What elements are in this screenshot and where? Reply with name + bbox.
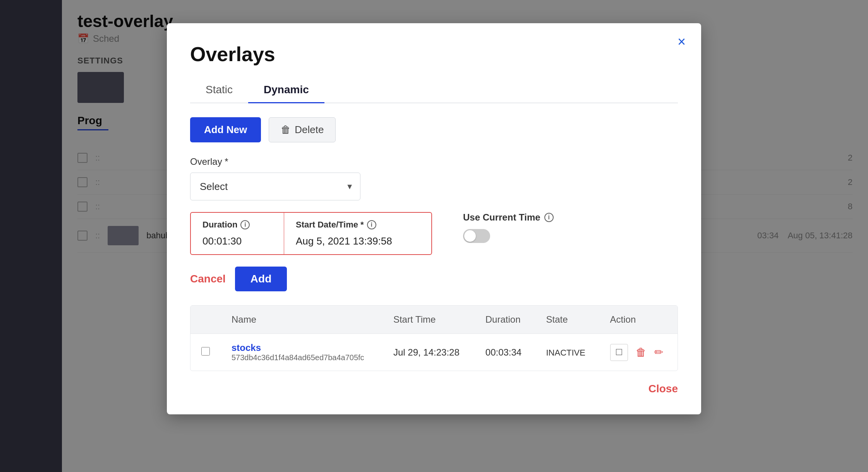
overlay-id: 573db4c36d1f4a84ad65ed7ba4a705fc — [232, 353, 372, 362]
use-current-time-info-icon[interactable]: i — [544, 213, 554, 222]
table-row: stocks 573db4c36d1f4a84ad65ed7ba4a705fc … — [190, 334, 678, 371]
table-header-checkbox — [190, 306, 221, 334]
row-state-cell: INACTIVE — [535, 334, 599, 371]
duration-starttime-box: Duration i Start Date/Time * i — [190, 212, 432, 255]
row-edit-button[interactable]: ✏ — [654, 346, 663, 359]
overlay-name-link[interactable]: stocks — [232, 342, 372, 353]
cancel-button[interactable]: Cancel — [190, 273, 226, 285]
overlay-select-wrapper: Select ▼ — [190, 173, 360, 200]
action-row: Cancel Add — [190, 267, 678, 291]
row-action-cell: ☐ 🗑 ✏ — [599, 334, 678, 371]
duration-field: Duration i — [191, 213, 284, 254]
start-datetime-input[interactable] — [296, 235, 420, 247]
row-delete-button[interactable]: 🗑 — [636, 346, 647, 359]
modal-close-button[interactable]: × — [678, 35, 686, 49]
tab-dynamic[interactable]: Dynamic — [248, 77, 324, 103]
row-checkbox[interactable] — [201, 347, 210, 356]
row-copy-button[interactable]: ☐ — [610, 344, 628, 361]
delete-icon: 🗑 — [281, 124, 291, 136]
add-button[interactable]: Add — [235, 267, 287, 291]
overlay-select[interactable]: Select — [190, 173, 360, 200]
close-button[interactable]: Close — [648, 383, 678, 395]
row-duration-cell: 00:03:34 — [475, 334, 535, 371]
modal-footer: Close — [190, 383, 678, 395]
table-header-name: Name — [221, 306, 383, 334]
modal-title: Overlays — [190, 43, 678, 66]
start-datetime-info-icon[interactable]: i — [367, 220, 376, 229]
table-header-row: Name Start Time Duration State Action — [190, 306, 678, 334]
toggle-knob — [464, 230, 476, 242]
row-name-cell: stocks 573db4c36d1f4a84ad65ed7ba4a705fc — [221, 334, 383, 371]
use-current-time-toggle[interactable] — [463, 229, 490, 243]
table-header-duration: Duration — [475, 306, 535, 334]
overlay-field-label: Overlay * — [190, 156, 678, 167]
overlays-table: Name Start Time Duration State Action st… — [190, 305, 678, 371]
modal-backdrop: × Overlays Static Dynamic Add New 🗑 Dele… — [0, 0, 868, 472]
row-start-time-cell: Jul 29, 14:23:28 — [383, 334, 475, 371]
table-header-start-time: Start Time — [383, 306, 475, 334]
table-header-action: Action — [599, 306, 678, 334]
use-current-time-section: Use Current Time i — [463, 212, 554, 243]
row-checkbox-cell — [190, 334, 221, 371]
tab-static[interactable]: Static — [190, 77, 248, 103]
start-datetime-field: Start Date/Time * i — [284, 213, 431, 254]
state-badge: INACTIVE — [546, 348, 585, 357]
delete-button[interactable]: 🗑 Delete — [269, 117, 336, 142]
overlays-modal: × Overlays Static Dynamic Add New 🗑 Dele… — [167, 23, 701, 414]
add-new-button[interactable]: Add New — [190, 117, 261, 142]
table: Name Start Time Duration State Action st… — [190, 306, 678, 371]
action-icons: ☐ 🗑 ✏ — [610, 344, 667, 361]
table-header-state: State — [535, 306, 599, 334]
tabs-container: Static Dynamic — [190, 77, 678, 103]
toolbar: Add New 🗑 Delete — [190, 117, 678, 142]
duration-info-icon[interactable]: i — [240, 220, 250, 229]
duration-input[interactable] — [202, 235, 272, 247]
